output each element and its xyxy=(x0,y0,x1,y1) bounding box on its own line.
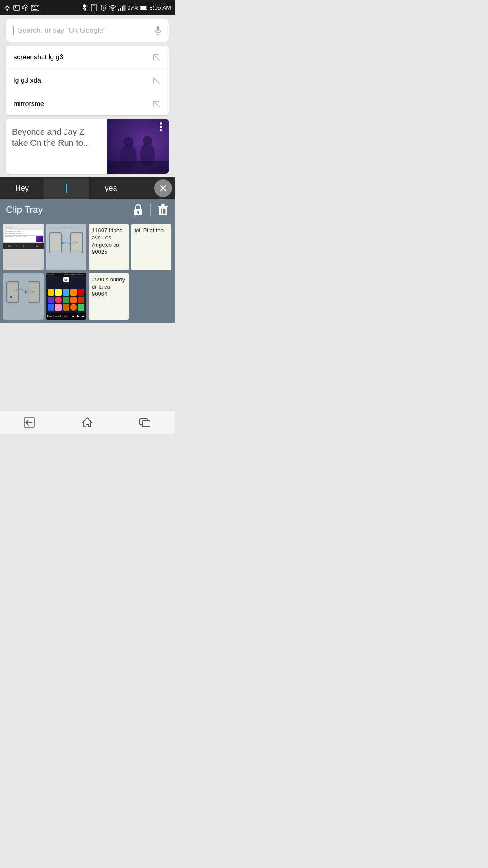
recent-apps-button[interactable] xyxy=(133,414,158,431)
battery-percentage: 97% xyxy=(128,5,139,11)
svg-rect-5 xyxy=(34,6,35,7)
svg-rect-41 xyxy=(161,209,162,214)
svg-rect-7 xyxy=(37,6,38,7)
arrow-up-left-icon xyxy=(152,99,161,108)
svg-point-29 xyxy=(123,137,133,147)
svg-point-51 xyxy=(67,242,68,243)
back-button[interactable] xyxy=(17,414,42,431)
svg-text:by pressing and holding the Vo: by pressing and holding the Volume keys … xyxy=(49,227,85,229)
svg-rect-10 xyxy=(36,8,36,8)
svg-point-50 xyxy=(64,242,66,243)
svg-rect-42 xyxy=(163,209,164,214)
keyboard-suggestion-bar: Hey yea xyxy=(0,177,175,199)
svg-rect-19 xyxy=(120,8,121,11)
arrow-up-left-icon xyxy=(152,53,161,62)
suggest-word-left[interactable]: Hey xyxy=(0,178,44,199)
battery-icon xyxy=(140,4,148,11)
svg-rect-24 xyxy=(141,6,146,9)
svg-point-17 xyxy=(112,10,113,11)
svg-point-0 xyxy=(6,9,8,11)
svg-point-56 xyxy=(10,296,12,298)
news-card[interactable]: Beyonce and Jay Z take On the Run to... … xyxy=(6,119,169,174)
clip-tray-actions xyxy=(133,203,169,216)
clip-item[interactable]: mirrorsme ↗ Beyonce and Jay Ztake On the… xyxy=(3,224,44,270)
news-image: ••• xyxy=(107,119,169,174)
clip-item[interactable]: by pressing and holding the Volume keys … xyxy=(46,224,86,270)
svg-rect-6 xyxy=(36,6,36,7)
clip-text: 11607 Idaho ave Los Angeles ca 90025 xyxy=(92,227,125,256)
svg-point-31 xyxy=(143,136,152,145)
suggestion-text: lg g3 xda xyxy=(14,77,41,84)
phone-icon xyxy=(90,4,98,11)
clip-screenshot-5: + xyxy=(3,273,44,320)
svg-point-15 xyxy=(94,10,94,11)
arrow-up-left-icon xyxy=(152,76,161,85)
cursor-indicator xyxy=(13,26,14,35)
clip-item[interactable]: + xyxy=(3,273,44,320)
svg-rect-46 xyxy=(50,234,61,250)
wifi-icon xyxy=(109,4,116,11)
suggest-word-right[interactable]: yea xyxy=(89,178,154,199)
search-placeholder: Search, or say "Ok Google" xyxy=(18,26,150,35)
keyboard-icon xyxy=(31,4,39,11)
svg-rect-8 xyxy=(32,8,33,8)
clip-text: 2590 s bundy dr la ca 90064 xyxy=(92,276,125,298)
clip-tray-grid: mirrorsme ↗ Beyonce and Jay Ztake On the… xyxy=(0,220,175,323)
clip-item[interactable]: 11607 Idaho ave Los Angeles ca 90025 xyxy=(89,224,129,270)
wifi-antenna-icon xyxy=(3,4,11,11)
image-icon xyxy=(13,4,20,11)
bottom-nav xyxy=(0,410,175,434)
clip-screenshot-6: %%/%% %%/%% %%/%% %%/%% W xyxy=(46,273,86,320)
news-text-area: Beyonce and Jay Z take On the Run to... xyxy=(6,119,107,174)
svg-rect-4 xyxy=(32,6,33,7)
svg-point-36 xyxy=(137,211,139,213)
clip-item[interactable]: 2590 s bundy dr la ca 90064 xyxy=(89,273,129,320)
svg-text:+: + xyxy=(33,290,35,294)
clear-button[interactable] xyxy=(154,179,172,197)
clip-item[interactable]: %%/%% %%/%% %%/%% %%/%% W xyxy=(46,273,86,320)
svg-rect-55 xyxy=(8,284,18,300)
mic-icon[interactable] xyxy=(154,27,162,34)
suggestion-item[interactable]: screenshot lg g3 xyxy=(6,46,169,69)
suggestions-list: screenshot lg g3 lg g3 xda mirrorsme xyxy=(6,46,169,115)
clip-tray-header: Clip Tray xyxy=(0,199,175,220)
trash-icon[interactable] xyxy=(158,203,169,216)
svg-rect-1 xyxy=(14,5,19,10)
suggestion-text: mirrorsme xyxy=(14,100,44,108)
home-button[interactable] xyxy=(75,414,100,431)
keyboard-cursor xyxy=(66,184,67,193)
svg-rect-20 xyxy=(122,6,123,11)
clip-divider xyxy=(150,204,151,216)
clip-text: tell PI at the xyxy=(135,227,164,234)
svg-rect-18 xyxy=(118,9,119,11)
suggestion-item[interactable]: mirrorsme xyxy=(6,92,169,115)
bluetooth-icon xyxy=(81,4,89,11)
svg-rect-62 xyxy=(142,421,150,427)
clip-item[interactable]: tell PI at the xyxy=(131,224,172,270)
time-display: 8:06 AM xyxy=(150,4,171,11)
svg-rect-9 xyxy=(34,8,35,8)
signal-icon xyxy=(118,4,126,11)
upload-cloud-icon xyxy=(22,4,30,11)
svg-rect-12 xyxy=(33,9,37,10)
svg-point-49 xyxy=(62,242,64,244)
svg-text:+: + xyxy=(75,241,78,245)
status-right-icons: 97% 8:06 AM xyxy=(81,4,171,11)
lock-icon[interactable] xyxy=(133,203,144,216)
search-bar[interactable]: Search, or say "Ok Google" xyxy=(6,19,169,42)
suggestion-text: screenshot lg g3 xyxy=(14,53,63,61)
svg-rect-39 xyxy=(158,206,168,207)
svg-rect-11 xyxy=(37,8,38,8)
suggest-word-middle[interactable] xyxy=(44,178,89,199)
clip-tray-title: Clip Tray xyxy=(6,204,43,215)
alarm-icon xyxy=(100,4,107,11)
three-dots-menu[interactable]: ••• xyxy=(157,122,165,132)
svg-rect-32 xyxy=(107,161,169,174)
clip-screenshot-1: mirrorsme ↗ Beyonce and Jay Ztake On the… xyxy=(3,224,44,270)
svg-rect-40 xyxy=(161,204,165,206)
suggestion-item[interactable]: lg g3 xda xyxy=(6,69,169,92)
news-title: Beyonce and Jay Z take On the Run to... xyxy=(12,126,101,148)
svg-rect-21 xyxy=(123,5,125,11)
clip-screenshot-2: by pressing and holding the Volume keys … xyxy=(46,224,86,270)
status-bar: 97% 8:06 AM xyxy=(0,0,175,15)
